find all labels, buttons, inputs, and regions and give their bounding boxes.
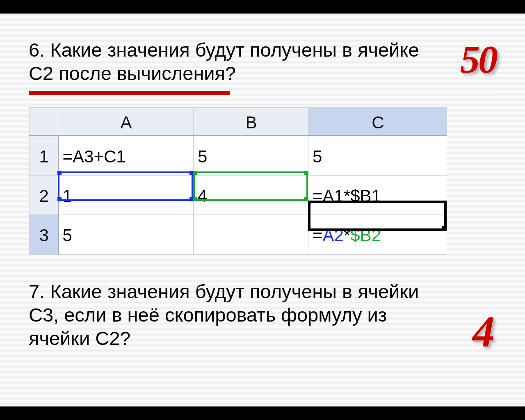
question-6-text: 6. Какие значения будут получены в ячейк…	[29, 38, 439, 85]
slide-frame: 6. Какие значения будут получены в ячейк…	[0, 14, 525, 406]
slide: 6. Какие значения будут получены в ячейк…	[0, 14, 525, 406]
cell-A1[interactable]: =A3+C1	[58, 136, 194, 175]
question-7-points: 4	[472, 306, 495, 357]
cell-C3-op: *	[344, 226, 350, 245]
cell-B2[interactable]: 4	[194, 175, 308, 215]
row-header-3[interactable]: 3	[30, 215, 58, 254]
cell-A2[interactable]: 1	[58, 175, 194, 215]
cell-C3[interactable]: =A2*$B2	[308, 215, 447, 254]
cell-B3[interactable]	[194, 215, 308, 254]
col-header-A[interactable]: A	[58, 108, 194, 136]
cell-C3-eq: =	[313, 226, 323, 245]
col-header-B[interactable]: B	[194, 108, 308, 136]
cell-C1[interactable]: 5	[308, 136, 447, 175]
cell-C3-refB: $B2	[350, 226, 381, 245]
spreadsheet: A B C 1 =A3+C1 5 5 2 1 4	[29, 107, 447, 255]
title-underline	[29, 91, 496, 97]
corner-cell[interactable]	[30, 108, 58, 136]
row-header-2[interactable]: 2	[30, 175, 58, 215]
question-6-points: 50	[460, 37, 496, 82]
question-7-text: 7. Какие значения будут получены в ячейк…	[29, 280, 443, 350]
cell-C3-refA: A2	[323, 226, 344, 245]
col-header-C[interactable]: C	[308, 108, 447, 136]
cell-C2[interactable]: =A1*$B1	[308, 175, 447, 215]
cell-A3[interactable]: 5	[58, 215, 194, 254]
spreadsheet-table: A B C 1 =A3+C1 5 5 2 1 4	[29, 108, 447, 255]
row-header-1[interactable]: 1	[30, 136, 58, 175]
cell-B1[interactable]: 5	[194, 136, 308, 175]
